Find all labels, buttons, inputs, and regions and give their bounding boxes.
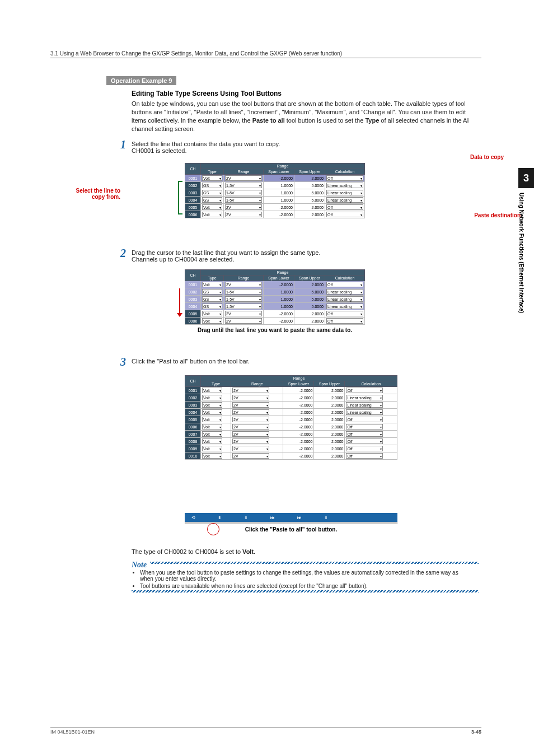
range-dropdown[interactable]: 2V▾ [225,204,262,210]
type-dropdown[interactable]: GS▾ [202,289,222,295]
range-cell[interactable]: 2V▾ [224,318,264,325]
ch-cell[interactable]: 0002 [185,394,201,402]
range-cell[interactable]: 2V▾ [224,175,264,182]
span-upper-cell[interactable]: 5.0000 [294,296,325,303]
span-lower-cell[interactable]: 1.0000 [264,288,294,296]
range-cell[interactable]: 1-5V▾ [224,182,264,189]
ch-cell[interactable]: 0006 [185,318,201,325]
range-cell[interactable]: 1-5V▾ [224,197,264,204]
type-cell[interactable]: Volt▾ [201,423,231,431]
ch-cell[interactable]: 0002 [185,288,201,296]
range-cell[interactable]: 2V▾ [231,452,283,460]
ch-cell[interactable]: 0001 [185,281,201,288]
type-dropdown[interactable]: Volt▾ [202,431,222,437]
type-dropdown[interactable]: Volt▾ [202,409,222,415]
calc-dropdown[interactable]: Off▾ [326,282,363,287]
calc-dropdown[interactable]: Off▾ [326,318,363,324]
span-lower-cell[interactable]: -2.0000 [264,204,294,211]
range-cell[interactable]: 2V▾ [231,423,283,431]
calc-dropdown[interactable]: Linear scaling▾ [326,190,363,195]
type-cell[interactable]: Volt▾ [201,445,231,452]
ch-cell[interactable]: 0001 [185,175,201,182]
type-cell[interactable]: GS▾ [201,296,224,303]
range-cell[interactable]: 2V▾ [224,310,264,318]
type-cell[interactable]: GS▾ [201,182,224,189]
calc-cell[interactable]: Linear scaling▾ [345,394,397,402]
span-lower-cell[interactable]: -2.0000 [283,409,314,416]
span-upper-cell[interactable]: 2.0000 [314,394,345,402]
calc-cell[interactable]: Off▾ [345,452,397,460]
type-cell[interactable]: Volt▾ [201,211,224,218]
span-lower-cell[interactable]: -2.0000 [264,211,294,218]
span-lower-cell[interactable]: -2.0000 [283,445,314,452]
calc-cell[interactable]: Off▾ [325,318,365,325]
calc-cell[interactable]: Off▾ [345,445,397,452]
span-upper-cell[interactable]: 2.0000 [314,452,345,460]
range-cell[interactable]: 2V▾ [231,431,283,438]
span-lower-cell[interactable]: 1.0000 [264,189,294,197]
range-cell[interactable]: 2V▾ [231,445,283,452]
type-cell[interactable]: Volt▾ [201,281,224,288]
type-cell[interactable]: Volt▾ [201,409,231,416]
calc-dropdown[interactable]: Linear scaling▾ [326,296,363,302]
type-cell[interactable]: Volt▾ [201,452,231,460]
span-upper-cell[interactable]: 2.0000 [294,281,325,288]
span-upper-cell[interactable]: 2.0000 [294,175,325,182]
span-lower-cell[interactable]: 1.0000 [264,197,294,204]
type-dropdown[interactable]: Volt▾ [202,453,222,459]
calc-cell[interactable]: Linear scaling▾ [345,409,397,416]
span-lower-cell[interactable]: -2.0000 [264,175,294,182]
calc-cell[interactable]: Off▾ [345,387,397,394]
ch-cell[interactable]: 0003 [185,402,201,409]
calc-cell[interactable]: Linear scaling▾ [325,296,365,303]
range-cell[interactable]: 2V▾ [231,409,283,416]
span-upper-cell[interactable]: 2.0000 [294,211,325,218]
span-upper-cell[interactable]: 2.0000 [314,438,345,445]
type-dropdown[interactable]: Volt▾ [202,175,222,181]
calc-dropdown[interactable]: Off▾ [326,212,363,217]
ch-cell[interactable]: 0008 [185,438,201,445]
calc-cell[interactable]: Linear scaling▾ [325,288,365,296]
calc-dropdown[interactable]: Off▾ [326,204,363,210]
range-cell[interactable]: 1-5V▾ [224,303,264,310]
type-dropdown[interactable]: GS▾ [202,197,222,203]
span-lower-cell[interactable]: -2.0000 [283,387,314,394]
range-cell[interactable]: 2V▾ [231,402,283,409]
calc-cell[interactable]: Off▾ [325,211,365,218]
type-dropdown[interactable]: Volt▾ [202,388,222,393]
type-dropdown[interactable]: GS▾ [202,296,222,302]
calc-dropdown[interactable]: Linear scaling▾ [326,289,363,295]
span-upper-cell[interactable]: 2.0000 [294,318,325,325]
ch-cell[interactable]: 0005 [185,416,201,423]
range-cell[interactable]: 2V▾ [231,438,283,445]
range-dropdown[interactable]: 2V▾ [232,395,269,400]
type-cell[interactable]: GS▾ [201,288,224,296]
ch-cell[interactable]: 0004 [185,197,201,204]
range-dropdown[interactable]: 2V▾ [232,417,269,422]
range-dropdown[interactable]: 1-5V▾ [225,197,262,203]
calc-dropdown[interactable]: Linear scaling▾ [346,409,383,415]
range-cell[interactable]: 2V▾ [231,387,283,394]
tool-max-icon[interactable]: ⏭ [297,515,302,520]
range-dropdown[interactable]: 1-5V▾ [225,304,262,309]
type-dropdown[interactable]: Volt▾ [202,204,222,210]
calc-cell[interactable]: Linear scaling▾ [325,303,365,310]
calc-dropdown[interactable]: Linear scaling▾ [326,183,363,188]
type-cell[interactable]: Volt▾ [201,438,231,445]
calc-cell[interactable]: Off▾ [345,438,397,445]
type-cell[interactable]: GS▾ [201,303,224,310]
range-dropdown[interactable]: 2V▾ [232,438,269,444]
calc-dropdown[interactable]: Off▾ [346,424,383,430]
calc-dropdown[interactable]: Off▾ [346,438,383,444]
range-dropdown[interactable]: 1-5V▾ [225,289,262,295]
range-dropdown[interactable]: 2V▾ [232,409,269,415]
span-lower-cell[interactable]: -2.0000 [283,402,314,409]
calc-dropdown[interactable]: Off▾ [326,175,363,181]
span-upper-cell[interactable]: 5.0000 [294,303,325,310]
type-cell[interactable]: Volt▾ [201,310,224,318]
span-upper-cell[interactable]: 2.0000 [314,431,345,438]
calc-dropdown[interactable]: Off▾ [346,453,383,459]
calc-dropdown[interactable]: Linear scaling▾ [326,197,363,203]
span-upper-cell[interactable]: 2.0000 [314,402,345,409]
ch-cell[interactable]: 0006 [185,423,201,431]
